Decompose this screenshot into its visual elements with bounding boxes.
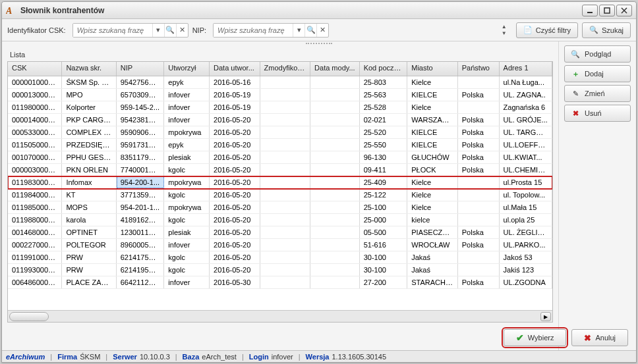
search-icon[interactable]: 🔍 [304,24,316,37]
cell: PIASECZNO [407,226,458,238]
clear-icon[interactable]: ✕ [176,24,188,37]
cell: mpokrywa [164,176,210,188]
cell: 27-200 [360,276,408,288]
cell: MOPS [62,201,116,213]
column-header[interactable]: Zmodyfikował [260,62,311,76]
table-row[interactable]: 000003000000PKN ORLEN7740001454kgolc2016… [8,164,552,176]
cell: karola [62,214,116,226]
cell: 25-803 [360,76,408,88]
cell: 3771359516 [117,189,165,201]
csk-search-input[interactable] [73,24,152,37]
table-row[interactable]: 000533000000COMPLEX CO...9590906567mpokr… [8,126,552,139]
cell [458,101,500,113]
table-row[interactable]: 006486000000PLACE ZABA...6642112494infov… [8,276,552,289]
cell: Kolporter [62,101,116,113]
cell: GŁUCHÓW [407,151,458,163]
cell: 2016-05-19 [210,101,260,113]
cell: 2016-05-20 [210,226,260,238]
clear-filters-button[interactable]: 📄 Czyść filtry [516,22,578,38]
cell: PRZEDSIĘBI... [62,139,116,151]
status-login-label: Login [249,353,269,361]
table-row[interactable]: 011984000000KT3771359516kgolc2016-05-202… [8,189,552,201]
preview-button[interactable]: 🔍 Podgląd [564,45,631,63]
table-row[interactable]: 011985000000MOPS954-201-1...mpokrywa2016… [8,201,552,214]
cell: Polska [458,239,500,251]
table-row[interactable]: 011980000000Kolporter959-145-2...infover… [8,101,552,114]
table-row[interactable]: 011993000000PRW6214195323kgolc2016-05-20… [8,264,552,276]
table-row[interactable]: 000001000000ŚKSM Sp. z o.o.9542756472epy… [8,76,552,89]
cell: MPO [62,89,116,101]
cell [458,214,500,226]
cell: mpokrywa [164,201,210,213]
table-row[interactable]: 000013000000MPO6570309128infover2016-05-… [8,89,552,101]
search-icon[interactable]: 🔍 [164,24,176,37]
table-row[interactable]: 000014000000PKP CARGO S.A9542381960infov… [8,114,552,126]
splitter-grip[interactable] [306,43,332,45]
column-header[interactable]: Data mody... [310,62,360,76]
table-row[interactable]: 011988000000karola4189162592kgolc2016-05… [8,214,552,226]
cell [310,76,360,88]
edit-button[interactable]: ✎ Zmień [564,85,631,102]
cell [458,76,500,88]
column-header[interactable]: Państwo [458,62,500,76]
column-header[interactable]: Adres 1 [500,62,552,76]
cell: 6214175323 [117,251,165,263]
cell [260,76,311,88]
table-row[interactable]: 001070000000PPHU GESSE...8351179218plesi… [8,151,552,164]
cell: PKN ORLEN [62,164,116,176]
statusbar: eArchiwum | Firma ŚKSM | Serwer 10.10.0.… [2,350,636,362]
cell: 011985000000 [8,201,62,213]
scroll-down-icon[interactable]: ▼ [499,30,509,37]
scroll-up-icon[interactable]: ▲ [499,24,509,30]
grid-body[interactable]: 000001000000ŚKSM Sp. z o.o.9542756472epy… [8,76,552,310]
cell: Polska [458,226,500,238]
nip-search-input[interactable] [214,24,293,37]
side-panel: 🔍 Podgląd ＋ Dodaj ✎ Zmień ✖ Usuń [558,41,636,350]
scroll-right-icon[interactable]: ▶ [540,312,551,321]
cell: kielce [407,214,458,226]
cell: 25-122 [360,189,408,201]
cell [260,239,311,251]
column-header[interactable]: NIP [117,62,165,76]
table-row[interactable]: 011505000000PRZEDSIĘBI...9591731791epyk2… [8,139,552,151]
column-header[interactable]: Data utwor... [210,62,260,76]
choose-button[interactable]: ✔ Wybierz [504,329,567,346]
plus-icon: ＋ [570,68,581,79]
search-button[interactable]: 🔍 Szukaj [582,22,631,38]
column-header[interactable]: Nazwa skr. [62,62,116,76]
column-header[interactable]: Kod pocztowy [360,62,408,76]
table-row[interactable]: 000227000000POLTEGOR8960005532infover201… [8,239,552,251]
cell: Kielce [407,101,458,113]
cell [310,214,360,226]
minimize-button[interactable] [582,5,598,16]
cell: PKP CARGO S.A [62,114,116,126]
horizontal-scrollbar[interactable]: ▶ [8,310,552,322]
cell: 9542381960 [117,114,165,126]
cancel-button[interactable]: ✖ Anuluj [571,329,628,346]
cell: UL.CHEMIK... [500,164,552,176]
column-header[interactable]: Miasto [407,62,458,76]
scrollbar-thumb[interactable] [9,312,49,321]
close-button[interactable] [616,5,632,16]
delete-button[interactable]: ✖ Usuń [564,105,631,122]
table-row[interactable]: 011983000000Infomax954-200-1...mpokrywa2… [8,176,552,189]
cell: 2016-05-30 [210,276,260,288]
cell: 2016-05-20 [210,214,260,226]
cell: kgolc [164,251,210,263]
add-button[interactable]: ＋ Dodaj [564,65,631,82]
cell: 02-021 [360,114,408,126]
list-caption: Lista [10,45,553,60]
dropdown-icon[interactable]: ▾ [293,24,304,37]
dropdown-icon[interactable]: ▾ [152,24,164,37]
cell: 25-520 [360,126,408,138]
maximize-button[interactable] [599,5,615,16]
clear-icon[interactable]: ✕ [316,24,328,37]
table-row[interactable]: 001468000000OPTINET1230011539plesiak2016… [8,226,552,239]
column-header[interactable]: Utworzył [164,62,210,76]
app-icon: A [6,5,16,16]
column-header[interactable]: CSK [8,62,62,76]
table-row[interactable]: 011991000000PRW6214175323kgolc2016-05-20… [8,251,552,264]
cell: Kielce [407,76,458,88]
delete-icon: ✖ [570,108,581,118]
cell [260,164,311,176]
